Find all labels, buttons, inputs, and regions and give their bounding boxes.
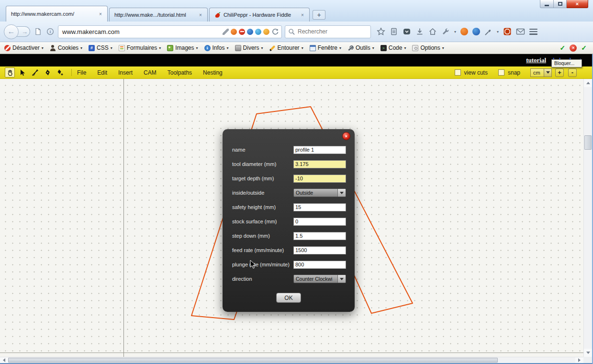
devbar-label: Options [420,44,440,51]
dialog-close-icon[interactable]: × [342,132,350,140]
reload-icon[interactable] [271,28,279,35]
back-button[interactable]: ← [4,24,19,39]
scroll-left-button[interactable] [0,357,8,363]
tool-diameter-field[interactable] [293,160,346,168]
valid-check-icon[interactable]: ✓ [560,44,566,52]
forward-button[interactable]: → [17,26,30,37]
new-tab-button[interactable]: + [313,10,325,20]
select-dropdown-arrow-icon[interactable] [337,189,346,197]
target-depth-field[interactable] [293,175,346,183]
addon-smiley-icon[interactable] [263,29,269,35]
zoom-out-button[interactable]: - [568,68,577,77]
snap-checkbox[interactable] [498,69,504,76]
chevron-down-icon[interactable]: ▾ [497,30,499,34]
horizontal-scrollbar-thumb[interactable] [8,358,498,363]
menu-file[interactable]: File [77,69,86,76]
devbar-item-fenetre[interactable]: Fenêtre ▾ [310,44,341,51]
units-dropdown-arrow-icon[interactable] [544,69,551,77]
field-row-tool-diameter: tool diameter (mm) [223,157,355,171]
inside-outside-select[interactable]: Outside [293,188,346,197]
mail-icon[interactable] [516,28,525,35]
devbar-item-formulaires[interactable]: Formulaires ▾ [119,44,161,51]
bookmarks-list-icon[interactable] [390,27,398,36]
addon-lightblue-icon[interactable] [255,29,261,35]
menu-hamburger-icon[interactable] [529,29,537,35]
pocket-icon[interactable] [403,27,411,36]
site-info-icon[interactable]: i [45,27,55,36]
devbar-item-cookies[interactable]: Cookies ▾ [50,44,82,51]
menu-cam[interactable]: CAM [144,69,157,76]
addon-brush-icon[interactable] [223,29,229,35]
search-input[interactable] [298,28,368,35]
page-icon[interactable] [33,27,43,36]
zoom-in-button[interactable]: + [555,68,564,77]
maximize-button[interactable] [554,0,567,8]
color-picker-icon[interactable] [484,28,492,36]
search-bar[interactable] [285,25,371,38]
select-arrow-tool[interactable] [17,67,27,77]
devbar-item-entourer[interactable]: Entourer ▾ [269,44,303,51]
ok-button[interactable]: OK [276,293,301,303]
valid-check-icon[interactable]: ✓ [581,44,587,52]
units-select[interactable]: cm [530,68,552,77]
scroll-up-button[interactable] [584,79,592,87]
vertical-scrollbar-thumb[interactable] [584,135,592,150]
vertical-scrollbar[interactable] [583,79,592,357]
menu-edit[interactable]: Edit [97,69,107,76]
menu-nesting[interactable]: Nesting [203,69,223,76]
feed-rate-field[interactable] [293,246,346,254]
chevron-down-icon[interactable]: ▾ [454,30,456,34]
tutorial-link[interactable]: tutorial [526,56,546,64]
field-label: plunge rate (mm/minute) [232,262,293,267]
plunge-rate-field[interactable] [293,261,346,269]
developer-wrench-icon[interactable] [441,27,450,36]
scroll-right-button[interactable] [575,357,583,363]
devbar-item-divers[interactable]: Divers ▾ [235,44,263,51]
addon-blue-icon[interactable] [247,29,253,35]
knife-tool[interactable] [30,67,40,77]
direction-select[interactable]: Counter Clockwi [293,275,346,283]
view-cuts-checkbox[interactable] [455,69,461,76]
field-label: tool diameter (mm) [232,161,293,167]
addon-orange-icon[interactable] [231,29,237,35]
select-dropdown-arrow-icon[interactable] [337,275,346,283]
menu-toolpaths[interactable]: Toolpaths [168,69,192,76]
pen-tool[interactable] [42,67,52,77]
addon-blocker-icon[interactable] [239,29,245,35]
scrollbar-corner [583,357,592,363]
tab-makercam[interactable]: http://www.makercam.com/ × [6,6,108,22]
downloads-icon[interactable] [415,27,424,36]
error-icon[interactable]: × [570,44,577,52]
close-window-button[interactable]: × [567,0,588,8]
adblock-icon[interactable] [503,27,512,36]
devbar-item-images[interactable]: Images ▾ [167,44,198,51]
minimize-button[interactable] [540,0,554,8]
pan-hand-tool[interactable] [5,67,15,77]
devbar-item-outils[interactable]: Outils ▾ [347,44,374,51]
options-icon [412,45,418,51]
devbar-item-code[interactable]: Code ▾ [380,44,406,51]
url-bar[interactable]: www.makercam.com [58,25,282,38]
addon-fire-icon[interactable] [460,28,468,35]
tab-chilipeppr[interactable]: ChiliPeppr - Hardware Fiddle × [209,8,310,22]
devbar-item-options[interactable]: Options ▾ [412,44,444,51]
tab-close-icon[interactable]: × [97,11,104,17]
devbar-item-css[interactable]: CSS ▾ [89,44,112,51]
devbar-item-infos[interactable]: Infos ▾ [204,44,229,51]
url-text[interactable]: www.makercam.com [62,28,221,35]
pen-add-tool[interactable] [55,67,65,77]
home-icon[interactable] [428,27,437,36]
tab-tutorial[interactable]: http://www.make.../tutorial.html × [109,8,208,22]
bookmark-star-icon[interactable] [377,27,385,36]
name-field[interactable] [293,146,346,154]
menu-insert[interactable]: Insert [118,69,133,76]
step-down-field[interactable] [293,232,346,240]
scroll-down-button[interactable] [584,349,592,357]
horizontal-scrollbar[interactable] [0,357,583,363]
stock-surface-field[interactable] [293,218,346,226]
devbar-item-desactiver[interactable]: Désactiver ▾ [4,44,44,51]
addon-globe-icon[interactable] [472,28,480,35]
tab-close-icon[interactable]: × [197,11,204,18]
safety-height-field[interactable] [293,203,346,211]
tab-close-icon[interactable]: × [299,11,306,18]
